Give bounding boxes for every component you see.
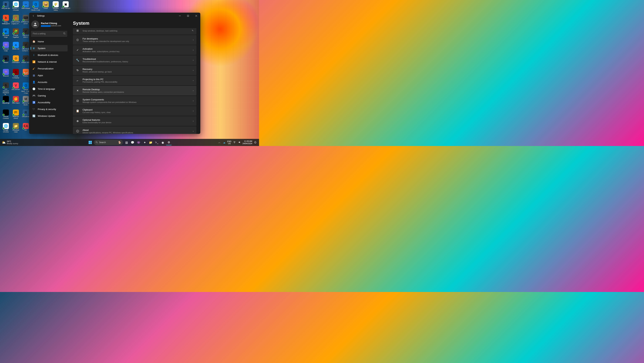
taskbar-app-copilot[interactable]: 💬 [130,140,136,145]
nav-item-bluetooth-devices[interactable]: ᚼBluetooth & devices [30,52,68,58]
setting-item-troubleshoot[interactable]: 🔧TroubleshootRecommended troubleshooters… [73,55,196,65]
taskbar-app-file-explorer[interactable]: 📁 [148,140,154,145]
taskbar-app-task-view[interactable]: ▥ [124,140,129,145]
desktop-icon[interactable]: 📦✓install [41,1,51,15]
setting-item-system-components[interactable]: ⊡System ComponentsManage system componen… [73,96,196,106]
wifi-icon[interactable] [232,141,236,144]
app-icon: ⟨⟩✓ [23,82,29,89]
taskbar-app-discord[interactable]: 👾 [136,140,142,145]
language-indicator[interactable]: ENG US [227,140,232,145]
setting-icon: ⟨⟩ [76,38,79,42]
svg-rect-1 [187,15,189,17]
setting-icon: ✓ [76,48,79,52]
onedrive-tray-icon[interactable]: ☁ [222,141,226,144]
app-icon: P!✓ [13,110,19,116]
desktop-icon[interactable]: 👾✓Discord [1,69,11,82]
nav-icon: ᚼ [32,54,35,57]
notifications-button[interactable] [253,141,257,144]
setting-item-about[interactable]: ⓘAboutDevice specifications, rename PC, … [73,126,196,134]
minimize-button[interactable] [176,13,184,19]
desktop-icon[interactable]: 6✓Tom Clancy's Rainbow Si... [1,82,11,96]
nav-item-home[interactable]: 🏠Home [30,38,68,45]
desktop-icon[interactable]: e✓Microsoft Edge [1,28,11,42]
desktop-icon[interactable]: S✓SignalRgb [1,96,11,109]
desktop-icon[interactable]: 🌐✓Person 1 - Chrome [11,1,21,15]
nav-item-system[interactable]: 🖥System [30,45,68,52]
icon-label: Tom Clancy's Rainbow Si... [1,89,10,95]
desktop-icon[interactable]: ↔✓TeamViewer [21,1,31,15]
setting-title: Optional features [82,119,193,121]
desktop-icon[interactable]: 🗑✓Recycle Bin [1,1,11,15]
nav-item-apps[interactable]: ▦Apps [30,72,68,79]
nav-item-accessibility[interactable]: ♿Accessibility [30,99,68,106]
setting-item-optional-features[interactable]: ⊕Optional featuresExtra functionality fo… [73,116,196,126]
weather-widget[interactable]: ⛅ 24°C Mostly sunny [2,140,18,145]
taskbar-app-settings[interactable]: ⚙ [166,140,172,145]
desktop-icon[interactable]: 🧩✓Puszle Together [11,28,21,42]
nav-item-gaming[interactable]: 🎮Gaming [30,92,68,99]
desktop-icon[interactable]: 🏺✓UNCHARTE... Legacy of ... [11,15,21,28]
desktop-icon[interactable]: P!✓PlateUp! Demo [11,109,21,123]
nav-item-network-internet[interactable]: 📶Network & internet [30,59,68,65]
desktop-icon[interactable]: 👾✓Discord Copy [1,42,11,55]
start-button[interactable] [87,140,93,145]
app-icon: V✓ [23,42,29,48]
setting-item-activation[interactable]: ✓ActivationActivation state, subscriptio… [73,45,196,55]
setting-desc: Activation state, subscriptions, product… [82,50,193,53]
desktop-icon[interactable]: b✓Bing Wallpapers [1,15,11,28]
settings-search[interactable] [31,31,67,37]
setting-item-clipboard[interactable]: 📋ClipboardCut and copy history, sync, cl… [73,106,196,116]
back-button[interactable] [32,14,35,18]
desktop-icon[interactable]: ▣✓THE FINALS [61,1,71,15]
user-account-block[interactable]: Rachel Chiong outlook.com [30,19,68,31]
desktop-icon[interactable]: U✓Ubisoft Connect [1,109,11,123]
setting-item-remote-desktop[interactable]: ✕Remote DesktopRemote Desktop users, con… [73,86,196,95]
setting-icon: ⊡ [76,99,79,103]
setting-item-projecting-to-this-pc[interactable]: ⌐Projecting to this PCPermissions, pairi… [73,76,196,85]
setting-item-multitasking[interactable]: ⊞Snap windows, desktops, task switching✎ [73,28,196,35]
setting-desc: Extra functionality for your device [82,121,193,124]
close-button[interactable] [192,13,200,19]
desktop-icon[interactable]: ✊✓Riot Client [11,96,21,109]
search-input[interactable] [31,31,67,37]
desktop-icon[interactable]: 🌐✓Google Chrome [1,123,11,136]
icon-label: Riot Client [12,102,20,104]
desktop-icon[interactable]: V✓VALORANT [11,82,21,96]
icon-label: Stardew Valley [51,8,60,11]
taskbar-app-steam[interactable]: ◉ [160,140,166,145]
desktop-icon[interactable]: ◉✓Steam [1,55,11,69]
setting-item-for-developers[interactable]: ⟨⟩For developersThese settings are inten… [73,35,196,45]
desktop-icon[interactable]: ⚠✓Lethal Company [11,69,21,82]
clock[interactable]: 11:09 AM 24/04/2024 [242,140,252,145]
nav-item-privacy-security[interactable]: 🛡Privacy & security [30,106,68,112]
maximize-button[interactable] [184,13,192,19]
taskbar-app-terminal[interactable]: >_ [154,140,160,145]
nav-item-accounts[interactable]: 👤Accounts [30,79,68,85]
setting-desc: Manage system components that are preins… [82,101,193,103]
setting-desc: These settings are intended for developm… [82,40,193,42]
tray-expand-button[interactable]: ︿ [218,140,221,144]
setting-desc: Snap windows, desktops, task switching [82,30,192,32]
desktop-icon[interactable]: ⊙✓Overwatch [11,55,21,69]
taskbar-app-app[interactable]: ✦ [142,140,148,145]
weather-cond: Mostly sunny [7,142,18,145]
volume-icon[interactable] [238,141,242,144]
search-placeholder: Search [99,141,117,144]
setting-icon: ↻ [76,69,79,72]
icon-label: Bing Wallpapers [1,21,10,25]
desktop-icon[interactable]: 🌾✓Stardew Valley [51,1,61,15]
desktop-icon[interactable]: ⟨⟩✓Visual Studio Code [31,1,41,15]
desktop-icon[interactable]: ⚔✓Battle.net [11,42,21,55]
chevron-right-icon: › [193,79,194,82]
nav-item-windows-update[interactable]: 🔄Windows Update [30,113,68,119]
app-icon: U✓ [3,110,9,116]
icon-label: Firefox [23,75,28,77]
chevron-right-icon: › [193,130,194,132]
nav-item-personalization[interactable]: 🖌Personalization [30,65,68,72]
nav-item-time-language[interactable]: 🕐Time & language [30,86,68,92]
icon-label: Overwatch [12,62,20,64]
setting-item-recovery[interactable]: ↻RecoveryReset, advanced startup, go bac… [73,66,196,75]
svg-line-8 [97,143,98,143]
desktop-icon[interactable]: 📁✓Unsolved Case [11,123,21,136]
taskbar-search[interactable]: Search 🐕 [94,140,123,145]
